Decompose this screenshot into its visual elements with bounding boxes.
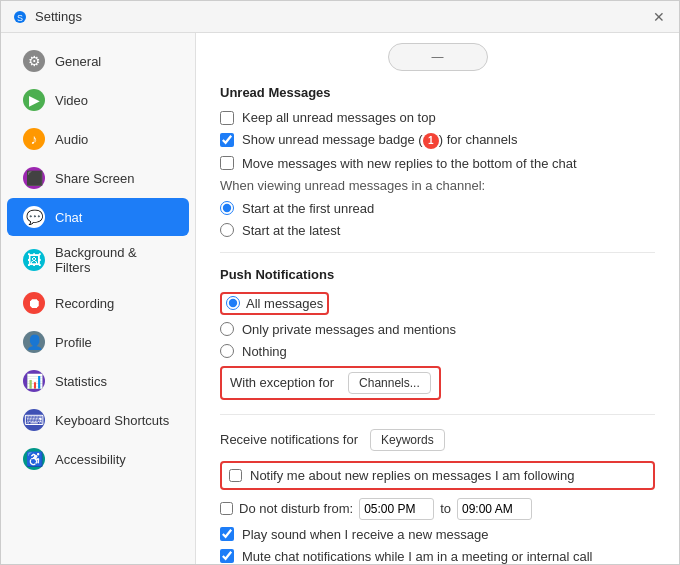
- viewing-label: When viewing unread messages in a channe…: [220, 178, 655, 193]
- divider-1: [220, 252, 655, 253]
- unread-section-title: Unread Messages: [220, 85, 655, 100]
- sidebar-label-general: General: [55, 54, 101, 69]
- notify-replies-label: Notify me about new replies on messages …: [250, 468, 574, 483]
- start-first-label: Start at the first unread: [242, 201, 374, 216]
- video-icon: ▶: [23, 89, 45, 111]
- sidebar-item-keyboard[interactable]: ⌨ Keyboard Shortcuts: [7, 401, 189, 439]
- all-messages-highlight: All messages: [220, 292, 329, 315]
- show-badge-checkbox[interactable]: [220, 133, 234, 147]
- mute-checkbox[interactable]: [220, 549, 234, 563]
- move-replies-row: Move messages with new replies to the bo…: [220, 156, 655, 171]
- nothing-label: Nothing: [242, 344, 287, 359]
- sidebar-label-keyboard: Keyboard Shortcuts: [55, 413, 169, 428]
- window-title: Settings: [35, 9, 651, 24]
- receive-notif-row: Receive notifications for Keywords: [220, 429, 655, 451]
- sidebar-label-statistics: Statistics: [55, 374, 107, 389]
- nothing-row: Nothing: [220, 344, 655, 359]
- play-sound-label: Play sound when I receive a new message: [242, 527, 488, 542]
- sidebar-label-video: Video: [55, 93, 88, 108]
- dnd-row: Do not disturb from: to: [220, 498, 655, 520]
- dnd-to-input[interactable]: [457, 498, 532, 520]
- chat-icon: 💬: [23, 206, 45, 228]
- scroll-up-button[interactable]: —: [388, 43, 488, 71]
- play-sound-row: Play sound when I receive a new message: [220, 527, 655, 542]
- sidebar-label-chat: Chat: [55, 210, 82, 225]
- mute-label: Mute chat notifications while I am in a …: [242, 549, 592, 564]
- mute-row: Mute chat notifications while I am in a …: [220, 549, 655, 564]
- exception-label: With exception for: [230, 375, 334, 390]
- sidebar-item-accessibility[interactable]: ♿ Accessibility: [7, 440, 189, 478]
- sidebar-item-statistics[interactable]: 📊 Statistics: [7, 362, 189, 400]
- close-button[interactable]: ✕: [651, 9, 667, 25]
- channels-button[interactable]: Channels...: [348, 372, 431, 394]
- sidebar-label-recording: Recording: [55, 296, 114, 311]
- dnd-label: Do not disturb from:: [239, 501, 353, 516]
- private-only-row: Only private messages and mentions: [220, 322, 655, 337]
- private-only-radio[interactable]: [220, 322, 234, 336]
- exception-highlight: With exception for Channels...: [220, 366, 441, 400]
- all-messages-radio[interactable]: [226, 296, 240, 310]
- move-replies-checkbox[interactable]: [220, 156, 234, 170]
- content-area: ⚙ General ▶ Video ♪ Audio ⬛ Share Screen…: [1, 33, 679, 564]
- receive-label: Receive notifications for: [220, 432, 358, 447]
- sidebar-label-background: Background & Filters: [55, 245, 173, 275]
- profile-icon: 👤: [23, 331, 45, 353]
- start-first-row: Start at the first unread: [220, 201, 655, 216]
- sidebar-item-share-screen[interactable]: ⬛ Share Screen: [7, 159, 189, 197]
- all-messages-label: All messages: [246, 296, 323, 311]
- recording-icon: ⏺: [23, 292, 45, 314]
- sidebar-label-share-screen: Share Screen: [55, 171, 135, 186]
- start-latest-row: Start at the latest: [220, 223, 655, 238]
- private-only-label: Only private messages and mentions: [242, 322, 456, 337]
- general-icon: ⚙: [23, 50, 45, 72]
- sidebar-item-profile[interactable]: 👤 Profile: [7, 323, 189, 361]
- sidebar-label-profile: Profile: [55, 335, 92, 350]
- dnd-from-input[interactable]: [359, 498, 434, 520]
- sidebar-item-audio[interactable]: ♪ Audio: [7, 120, 189, 158]
- start-latest-radio[interactable]: [220, 223, 234, 237]
- divider-2: [220, 414, 655, 415]
- keyboard-icon: ⌨: [23, 409, 45, 431]
- notify-replies-row: Notify me about new replies on messages …: [220, 461, 655, 490]
- svg-text:S: S: [17, 13, 23, 23]
- nothing-radio[interactable]: [220, 344, 234, 358]
- titlebar: S Settings ✕: [1, 1, 679, 33]
- sidebar-label-accessibility: Accessibility: [55, 452, 126, 467]
- screen-icon: ⬛: [23, 167, 45, 189]
- app-icon: S: [13, 10, 27, 24]
- audio-icon: ♪: [23, 128, 45, 150]
- settings-window: S Settings ✕ ⚙ General ▶ Video ♪ Audio ⬛…: [0, 0, 680, 565]
- scroll-top-area: —: [220, 33, 655, 85]
- keywords-button[interactable]: Keywords: [370, 429, 445, 451]
- keep-top-row: Keep all unread messages on top: [220, 110, 655, 125]
- dnd-to-label: to: [440, 501, 451, 516]
- play-sound-checkbox[interactable]: [220, 527, 234, 541]
- badge-count: 1: [423, 133, 439, 149]
- notify-replies-checkbox[interactable]: [229, 469, 242, 482]
- move-replies-label: Move messages with new replies to the bo…: [242, 156, 577, 171]
- push-section-title: Push Notifications: [220, 267, 655, 282]
- sidebar-item-general[interactable]: ⚙ General: [7, 42, 189, 80]
- sidebar: ⚙ General ▶ Video ♪ Audio ⬛ Share Screen…: [1, 33, 196, 564]
- sidebar-item-chat[interactable]: 💬 Chat: [7, 198, 189, 236]
- sidebar-item-video[interactable]: ▶ Video: [7, 81, 189, 119]
- dnd-checkbox[interactable]: [220, 502, 233, 515]
- accessibility-icon: ♿: [23, 448, 45, 470]
- all-messages-row: All messages: [220, 292, 655, 315]
- start-first-radio[interactable]: [220, 201, 234, 215]
- push-notifications-section: Push Notifications All messages Only pri…: [220, 267, 655, 400]
- start-latest-label: Start at the latest: [242, 223, 340, 238]
- background-icon: 🖼: [23, 249, 45, 271]
- keep-top-checkbox[interactable]: [220, 111, 234, 125]
- sidebar-item-recording[interactable]: ⏺ Recording: [7, 284, 189, 322]
- exception-row: With exception for Channels...: [220, 366, 655, 400]
- show-badge-label: Show unread message badge (1) for channe…: [242, 132, 517, 149]
- stats-icon: 📊: [23, 370, 45, 392]
- show-badge-row: Show unread message badge (1) for channe…: [220, 132, 655, 149]
- sidebar-item-background[interactable]: 🖼 Background & Filters: [7, 237, 189, 283]
- sidebar-label-audio: Audio: [55, 132, 88, 147]
- main-content: — Unread Messages Keep all unread messag…: [196, 33, 679, 564]
- keep-top-label: Keep all unread messages on top: [242, 110, 436, 125]
